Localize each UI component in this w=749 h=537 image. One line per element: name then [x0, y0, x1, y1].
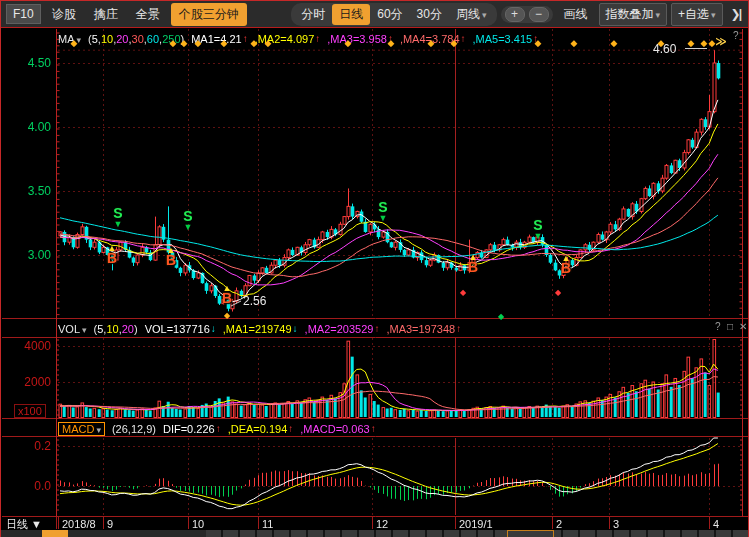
- chevron-down-icon: ▾: [711, 10, 716, 20]
- add-watchlist-button[interactable]: +自选▾: [671, 3, 723, 26]
- maximize-icon[interactable]: □: [727, 321, 733, 332]
- scrollbar-thumb[interactable]: [42, 530, 68, 537]
- scrollbar-range[interactable]: [507, 530, 554, 537]
- add-watchlist-label: +自选: [678, 7, 709, 21]
- chevron-down-icon: ▾: [82, 325, 87, 335]
- stock-chart-app: F10 诊股 擒庄 全景 个股三分钟 分时 日线 60分 30分 周线▾ + −…: [0, 0, 749, 537]
- indicator-name: MA: [58, 33, 75, 45]
- help-icon[interactable]: ?: [715, 321, 721, 332]
- scrollbar-track: [206, 530, 749, 537]
- tab-daily[interactable]: 日线: [332, 4, 370, 25]
- toolbar-left-group: F10 诊股 擒庄 全景 个股三分钟: [1, 3, 247, 26]
- zoom-in-button[interactable]: +: [505, 7, 525, 22]
- index-overlay-label: 指数叠加: [606, 7, 654, 21]
- period-tabs: 分时 日线 60分 30分 周线▾: [291, 3, 496, 26]
- skip-next-icon[interactable]: ❯|: [727, 7, 744, 21]
- indicator-name: MACD: [62, 423, 94, 435]
- tab-intraday[interactable]: 分时: [294, 4, 332, 25]
- draw-line-button[interactable]: 画线: [557, 3, 595, 26]
- chevron-down-icon: ▾: [96, 425, 101, 435]
- chevron-down-icon: ▾: [77, 35, 82, 45]
- chevron-down-icon: ▾: [656, 10, 661, 20]
- stock-3min-button[interactable]: 个股三分钟: [171, 3, 247, 26]
- close-icon[interactable]: ✕: [739, 321, 747, 332]
- zoom-out-button[interactable]: −: [529, 7, 549, 22]
- indicator-dropdown[interactable]: MA▾: [58, 33, 81, 45]
- tab-30min[interactable]: 30分: [410, 4, 449, 25]
- indicator-dropdown[interactable]: MACD▾: [58, 422, 105, 436]
- index-overlay-button[interactable]: 指数叠加▾: [599, 3, 668, 26]
- tab-weekly[interactable]: 周线▾: [449, 4, 494, 25]
- help-icon[interactable]: ?: [733, 30, 739, 41]
- indicator-name: VOL: [58, 323, 80, 335]
- toolbar: F10 诊股 擒庄 全景 个股三分钟 分时 日线 60分 30分 周线▾ + −…: [1, 1, 748, 28]
- panorama-button[interactable]: 全景: [129, 3, 167, 26]
- chart-canvas[interactable]: [1, 1, 749, 537]
- diagnose-stock-button[interactable]: 诊股: [45, 3, 83, 26]
- catch-banker-button[interactable]: 擒庄: [87, 3, 125, 26]
- horizontal-scrollbar[interactable]: [1, 530, 749, 537]
- f10-button[interactable]: F10: [6, 4, 41, 24]
- tab-60min[interactable]: 60分: [370, 4, 409, 25]
- indicator-dropdown[interactable]: VOL▾: [58, 323, 87, 335]
- zoom-controls: + −: [501, 6, 553, 23]
- toolbar-right-group: 分时 日线 60分 30分 周线▾ + − 画线 指数叠加▾ +自选▾ ❯|: [291, 3, 748, 26]
- tab-weekly-label: 周线: [456, 7, 480, 21]
- chevron-down-icon: ▾: [482, 10, 487, 20]
